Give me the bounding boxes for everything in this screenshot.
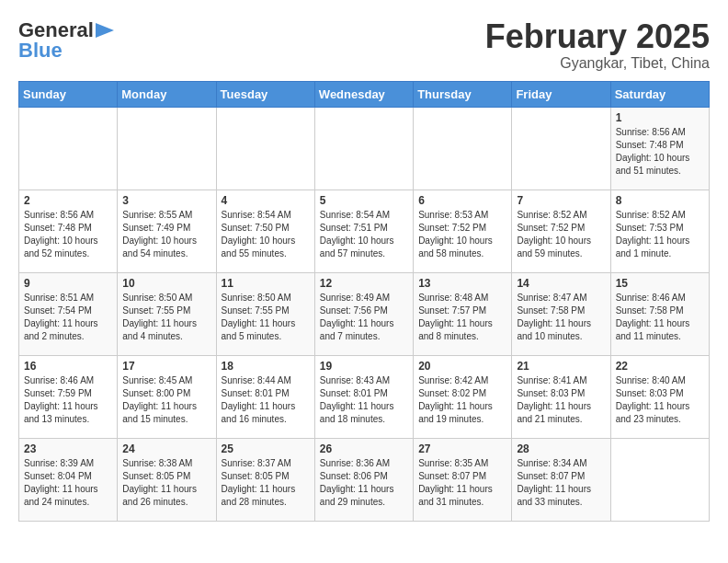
day-info: Sunrise: 8:43 AM Sunset: 8:01 PM Dayligh… <box>320 374 408 426</box>
month-title: February 2025 <box>485 18 710 55</box>
day-info: Sunrise: 8:47 AM Sunset: 7:58 PM Dayligh… <box>517 292 605 343</box>
day-number: 23 <box>24 442 112 455</box>
day-info: Sunrise: 8:46 AM Sunset: 7:59 PM Dayligh… <box>24 374 112 426</box>
day-info: Sunrise: 8:50 AM Sunset: 7:55 PM Dayligh… <box>222 292 310 343</box>
logo-arrow-icon <box>96 23 114 38</box>
day-number: 21 <box>517 360 605 373</box>
calendar-cell: 5Sunrise: 8:54 AM Sunset: 7:51 PM Daylig… <box>314 190 413 272</box>
calendar-cell: 6Sunrise: 8:53 AM Sunset: 7:52 PM Daylig… <box>414 190 512 272</box>
day-info: Sunrise: 8:40 AM Sunset: 8:03 PM Dayligh… <box>616 374 704 426</box>
day-info: Sunrise: 8:51 AM Sunset: 7:54 PM Dayligh… <box>24 292 112 343</box>
day-info: Sunrise: 8:56 AM Sunset: 7:48 PM Dayligh… <box>24 209 112 260</box>
weekday-header-wednesday: Wednesday <box>314 81 413 107</box>
calendar-cell: 7Sunrise: 8:52 AM Sunset: 7:52 PM Daylig… <box>512 190 610 272</box>
day-info: Sunrise: 8:46 AM Sunset: 7:58 PM Dayligh… <box>616 292 704 343</box>
day-info: Sunrise: 8:56 AM Sunset: 7:48 PM Dayligh… <box>616 126 704 178</box>
logo-text-blue: Blue <box>18 39 63 63</box>
day-info: Sunrise: 8:53 AM Sunset: 7:52 PM Dayligh… <box>418 209 506 260</box>
day-number: 26 <box>320 442 408 455</box>
page-header: General Blue February 2025 Gyangkar, Tib… <box>18 18 710 72</box>
calendar-table: SundayMondayTuesdayWednesdayThursdayFrid… <box>18 81 710 522</box>
day-number: 22 <box>616 360 704 373</box>
calendar-cell: 25Sunrise: 8:37 AM Sunset: 8:05 PM Dayli… <box>216 438 314 521</box>
day-number: 8 <box>616 194 704 207</box>
day-info: Sunrise: 8:36 AM Sunset: 8:06 PM Dayligh… <box>320 457 408 509</box>
day-number: 25 <box>222 442 310 455</box>
title-block: February 2025 Gyangkar, Tibet, China <box>485 18 710 72</box>
day-number: 6 <box>418 194 506 207</box>
day-info: Sunrise: 8:49 AM Sunset: 7:56 PM Dayligh… <box>320 292 408 343</box>
calendar-cell: 15Sunrise: 8:46 AM Sunset: 7:58 PM Dayli… <box>610 272 709 355</box>
calendar-cell: 23Sunrise: 8:39 AM Sunset: 8:04 PM Dayli… <box>19 438 118 521</box>
calendar-cell <box>216 107 314 190</box>
calendar-body: 1Sunrise: 8:56 AM Sunset: 7:48 PM Daylig… <box>19 107 710 521</box>
calendar-cell <box>19 107 118 190</box>
day-info: Sunrise: 8:37 AM Sunset: 8:05 PM Dayligh… <box>222 457 310 509</box>
day-number: 7 <box>517 194 605 207</box>
calendar-cell: 10Sunrise: 8:50 AM Sunset: 7:55 PM Dayli… <box>118 272 216 355</box>
calendar-cell <box>118 107 216 190</box>
calendar-cell: 4Sunrise: 8:54 AM Sunset: 7:50 PM Daylig… <box>216 190 314 272</box>
day-info: Sunrise: 8:52 AM Sunset: 7:53 PM Dayligh… <box>616 209 704 260</box>
calendar-cell: 14Sunrise: 8:47 AM Sunset: 7:58 PM Dayli… <box>512 272 610 355</box>
calendar-cell: 13Sunrise: 8:48 AM Sunset: 7:57 PM Dayli… <box>414 272 512 355</box>
calendar-cell: 22Sunrise: 8:40 AM Sunset: 8:03 PM Dayli… <box>610 355 709 438</box>
day-info: Sunrise: 8:48 AM Sunset: 7:57 PM Dayligh… <box>418 292 506 343</box>
calendar-cell: 24Sunrise: 8:38 AM Sunset: 8:05 PM Dayli… <box>118 438 216 521</box>
day-number: 17 <box>122 360 210 373</box>
calendar-cell: 11Sunrise: 8:50 AM Sunset: 7:55 PM Dayli… <box>216 272 314 355</box>
day-number: 16 <box>24 360 112 373</box>
calendar-cell: 9Sunrise: 8:51 AM Sunset: 7:54 PM Daylig… <box>19 272 118 355</box>
day-number: 4 <box>222 194 310 207</box>
day-number: 12 <box>320 277 408 290</box>
svg-marker-0 <box>96 23 114 38</box>
calendar-cell: 20Sunrise: 8:42 AM Sunset: 8:02 PM Dayli… <box>414 355 512 438</box>
day-info: Sunrise: 8:41 AM Sunset: 8:03 PM Dayligh… <box>517 374 605 426</box>
day-info: Sunrise: 8:34 AM Sunset: 8:07 PM Dayligh… <box>517 457 605 509</box>
day-number: 15 <box>616 277 704 290</box>
day-number: 28 <box>517 442 605 455</box>
calendar-cell: 26Sunrise: 8:36 AM Sunset: 8:06 PM Dayli… <box>314 438 413 521</box>
day-info: Sunrise: 8:42 AM Sunset: 8:02 PM Dayligh… <box>418 374 506 426</box>
day-number: 19 <box>320 360 408 373</box>
calendar-week-3: 9Sunrise: 8:51 AM Sunset: 7:54 PM Daylig… <box>19 272 710 355</box>
calendar-cell: 28Sunrise: 8:34 AM Sunset: 8:07 PM Dayli… <box>512 438 610 521</box>
day-number: 2 <box>24 194 112 207</box>
day-info: Sunrise: 8:50 AM Sunset: 7:55 PM Dayligh… <box>122 292 210 343</box>
day-number: 9 <box>24 277 112 290</box>
day-number: 10 <box>122 277 210 290</box>
day-number: 13 <box>418 277 506 290</box>
weekday-header-friday: Friday <box>512 81 610 107</box>
calendar-cell: 17Sunrise: 8:45 AM Sunset: 8:00 PM Dayli… <box>118 355 216 438</box>
weekday-header-tuesday: Tuesday <box>216 81 314 107</box>
day-number: 20 <box>418 360 506 373</box>
day-number: 1 <box>616 111 704 124</box>
calendar-cell: 16Sunrise: 8:46 AM Sunset: 7:59 PM Dayli… <box>19 355 118 438</box>
calendar-cell: 1Sunrise: 8:56 AM Sunset: 7:48 PM Daylig… <box>610 107 709 190</box>
weekday-header-monday: Monday <box>118 81 216 107</box>
calendar-week-1: 1Sunrise: 8:56 AM Sunset: 7:48 PM Daylig… <box>19 107 710 190</box>
weekday-header-thursday: Thursday <box>414 81 512 107</box>
day-info: Sunrise: 8:55 AM Sunset: 7:49 PM Dayligh… <box>122 209 210 260</box>
day-number: 24 <box>122 442 210 455</box>
calendar-cell: 2Sunrise: 8:56 AM Sunset: 7:48 PM Daylig… <box>19 190 118 272</box>
calendar-cell: 12Sunrise: 8:49 AM Sunset: 7:56 PM Dayli… <box>314 272 413 355</box>
day-number: 11 <box>222 277 310 290</box>
calendar-cell <box>314 107 413 190</box>
weekday-header-sunday: Sunday <box>19 81 118 107</box>
weekday-header-saturday: Saturday <box>610 81 709 107</box>
day-info: Sunrise: 8:52 AM Sunset: 7:52 PM Dayligh… <box>517 209 605 260</box>
calendar-week-2: 2Sunrise: 8:56 AM Sunset: 7:48 PM Daylig… <box>19 190 710 272</box>
calendar-week-5: 23Sunrise: 8:39 AM Sunset: 8:04 PM Dayli… <box>19 438 710 521</box>
day-info: Sunrise: 8:38 AM Sunset: 8:05 PM Dayligh… <box>122 457 210 509</box>
day-number: 27 <box>418 442 506 455</box>
calendar-cell: 8Sunrise: 8:52 AM Sunset: 7:53 PM Daylig… <box>610 190 709 272</box>
calendar-cell <box>610 438 709 521</box>
calendar-cell: 3Sunrise: 8:55 AM Sunset: 7:49 PM Daylig… <box>118 190 216 272</box>
calendar-cell: 18Sunrise: 8:44 AM Sunset: 8:01 PM Dayli… <box>216 355 314 438</box>
weekday-header-row: SundayMondayTuesdayWednesdayThursdayFrid… <box>19 81 710 107</box>
day-info: Sunrise: 8:54 AM Sunset: 7:50 PM Dayligh… <box>222 209 310 260</box>
calendar-cell: 27Sunrise: 8:35 AM Sunset: 8:07 PM Dayli… <box>414 438 512 521</box>
day-info: Sunrise: 8:54 AM Sunset: 7:51 PM Dayligh… <box>320 209 408 260</box>
day-number: 18 <box>222 360 310 373</box>
